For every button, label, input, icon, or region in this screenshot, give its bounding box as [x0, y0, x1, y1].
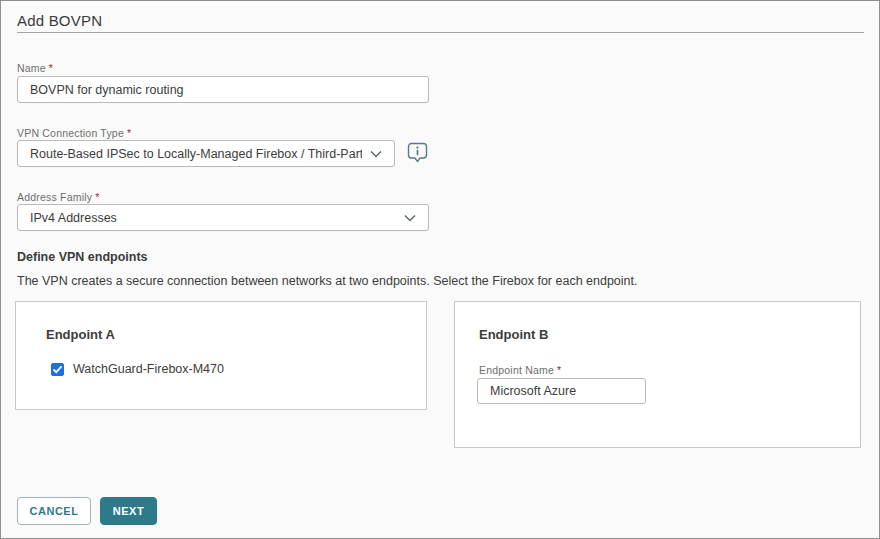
address-family-selected-value: IPv4 Addresses	[30, 211, 396, 225]
required-marker: *	[557, 364, 561, 376]
endpoint-name-field-label: Endpoint Name*	[479, 360, 561, 378]
endpoint-name-label-text: Endpoint Name	[479, 364, 554, 376]
vpn-connection-type-field-label: VPN Connection Type*	[17, 123, 131, 141]
endpoint-name-input[interactable]	[477, 378, 646, 404]
next-button[interactable]: NEXT	[100, 497, 157, 525]
firebox-checkbox-label: WatchGuard-Firebox-M470	[73, 362, 224, 376]
chevron-down-icon	[370, 150, 382, 158]
required-marker: *	[95, 191, 99, 203]
endpoint-b-panel: Endpoint B Endpoint Name*	[454, 301, 861, 448]
endpoints-section-heading: Define VPN endpoints	[17, 250, 148, 264]
title-divider	[17, 32, 864, 33]
endpoint-a-panel: Endpoint A WatchGuard-Firebox-M470	[15, 301, 427, 410]
required-marker: *	[127, 127, 131, 139]
name-input[interactable]	[17, 76, 429, 103]
info-tooltip-icon[interactable]	[407, 142, 428, 168]
cancel-button[interactable]: CANCEL	[17, 497, 91, 525]
address-family-select[interactable]: IPv4 Addresses	[17, 204, 429, 231]
vpn-connection-type-select[interactable]: Route-Based IPSec to Locally-Managed Fir…	[17, 140, 395, 167]
vpn-connection-type-selected-value: Route-Based IPSec to Locally-Managed Fir…	[30, 147, 362, 161]
firebox-checkbox[interactable]	[51, 363, 64, 376]
add-bovpn-page: Add BOVPN Name* VPN Connection Type* Rou…	[0, 0, 880, 539]
chevron-down-icon	[404, 214, 416, 222]
vpn-connection-type-label-text: VPN Connection Type	[17, 127, 124, 139]
firebox-checkbox-row[interactable]: WatchGuard-Firebox-M470	[51, 362, 224, 376]
address-family-field-label: Address Family*	[17, 187, 99, 205]
endpoint-b-title: Endpoint B	[479, 327, 548, 342]
name-label-text: Name	[17, 62, 46, 74]
page-title: Add BOVPN	[17, 12, 102, 29]
endpoint-a-title: Endpoint A	[46, 327, 115, 342]
address-family-label-text: Address Family	[17, 191, 92, 203]
endpoints-section-description: The VPN creates a secure connection betw…	[17, 274, 638, 288]
required-marker: *	[49, 62, 53, 74]
name-field-label: Name*	[17, 58, 53, 76]
